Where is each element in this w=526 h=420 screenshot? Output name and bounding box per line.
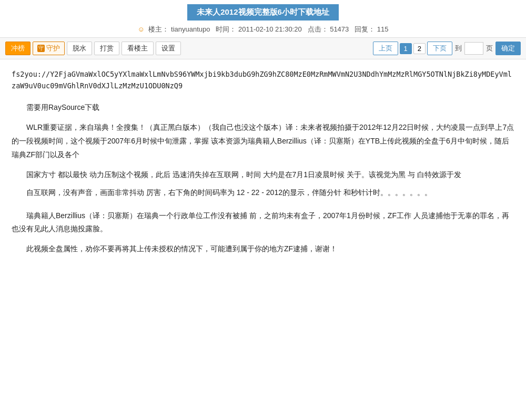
goto-label: 到 <box>454 44 463 53</box>
guard-icon: 守 <box>37 45 45 52</box>
smiley-icon: ☺ <box>138 25 145 33</box>
page-nav: 上页 1 2 下页 到 页 确定 <box>373 42 521 55</box>
paragraph-2: WLR重要证据，来自瑞典！全搜集！（真正黑白版本）（我自己也没这个版本）译：未来… <box>12 121 514 162</box>
next-page-button[interactable]: 下页 <box>427 42 452 55</box>
click-label: 点击： <box>308 25 328 33</box>
title-container: 未来人2012视频完整版6小时下载地址 <box>0 0 526 21</box>
content-area: fs2you://Y2FjaGVmaWxlOC5yYXlmaWxlLmNvbS9… <box>0 59 526 273</box>
print-button[interactable]: 打赏 <box>94 42 119 55</box>
page-1-button[interactable]: 1 <box>400 43 412 54</box>
view-host-button[interactable]: 看楼主 <box>122 42 154 55</box>
paragraph-4: 自互联网，没有声音，画面非常抖动 厉害，右下角的时间码率为 12 - 22 - … <box>12 186 514 200</box>
page-2-button[interactable]: 2 <box>413 43 426 54</box>
confirm-button[interactable]: 确定 <box>495 42 521 55</box>
username: tianyuantupo <box>171 25 210 33</box>
paragraph-6: 此视频全盘属性，劝你不要再将其上传未授权的情况下，可能遭到属于你的地方ZF逮捕，… <box>12 242 514 256</box>
reply-label: 回复： <box>355 25 375 33</box>
paragraph-5: 瑞典籍人Berzillius（译：贝塞斯）在瑞典一个行政单位工作没有被捕 前，之… <box>12 209 514 237</box>
paragraph-1: 需要用RaySource下载 <box>12 101 514 115</box>
paragraph-3: 国家方寸 都以最快 动力压制这个视频，此后 迅速消失掉在互联网，时间 大约是在7… <box>12 168 514 182</box>
toolbar: 冲榜 守 守护 脱水 打赏 看楼主 设置 上页 1 2 下页 到 页 确定 <box>0 38 526 59</box>
rush-button[interactable]: 冲榜 <box>5 42 31 55</box>
post-time: 2011-02-10 21:30:20 <box>238 25 302 33</box>
floor-label: 楼主： <box>148 25 169 33</box>
page-suffix: 页 <box>485 44 494 53</box>
desalt-button[interactable]: 脱水 <box>67 42 92 55</box>
toolbar-left: 冲榜 守 守护 脱水 打赏 看楼主 设置 <box>5 42 371 55</box>
click-count: 51473 <box>330 25 349 33</box>
guard-label: 守护 <box>46 44 60 53</box>
prev-page-button[interactable]: 上页 <box>373 42 398 55</box>
page-goto-input[interactable] <box>464 42 483 55</box>
time-label: 时间： <box>216 25 236 33</box>
settings-button[interactable]: 设置 <box>156 42 181 55</box>
download-link: fs2you://Y2FjaGVmaWxlOC5yYXlmaWxlLmNvbS9… <box>12 69 514 91</box>
meta-bar: ☺ 楼主： tianyuantupo 时间： 2011-02-10 21:30:… <box>0 21 526 38</box>
post-title: 未来人2012视频完整版6小时下载地址 <box>187 4 339 21</box>
page-wrapper: 未来人2012视频完整版6小时下载地址 ☺ 楼主： tianyuantupo 时… <box>0 0 526 420</box>
reply-count: 115 <box>377 25 389 33</box>
guard-button[interactable]: 守 守护 <box>33 42 65 55</box>
